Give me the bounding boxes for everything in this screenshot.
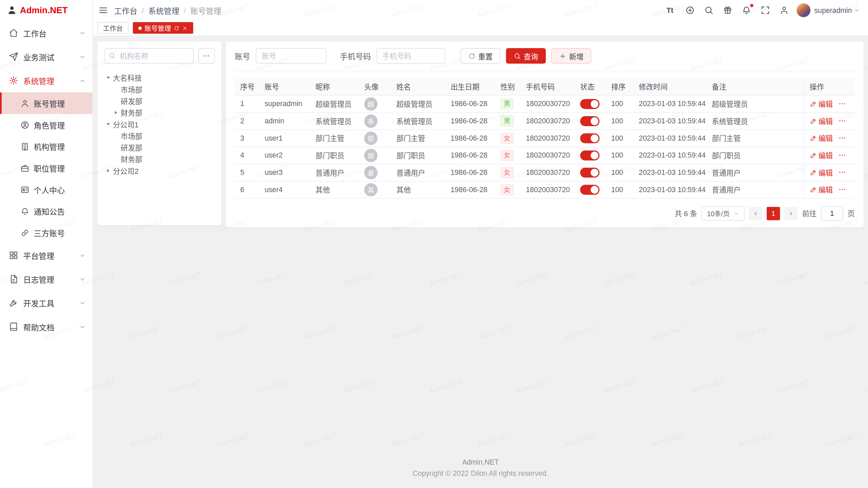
row-more-button[interactable]	[838, 134, 846, 142]
breadcrumb-item[interactable]: 工作台	[114, 5, 137, 16]
bell-icon	[20, 207, 29, 216]
cell-name: 部门主管	[391, 129, 445, 147]
col-avatar: 头像	[359, 78, 391, 95]
sidebar-item-workbench[interactable]: 工作台	[0, 21, 93, 45]
edit-button[interactable]: 编辑	[810, 150, 833, 160]
gender-tag: 女	[500, 184, 514, 195]
row-more-button[interactable]	[838, 100, 846, 108]
fullscreen-icon[interactable]	[761, 5, 770, 15]
tab-account-management[interactable]: 账号管理	[133, 22, 193, 34]
cell-avatar: 普	[359, 164, 391, 181]
bell-icon[interactable]	[742, 5, 751, 15]
breadcrumb-separator: /	[142, 6, 144, 15]
row-more-button[interactable]	[838, 168, 846, 176]
tree-node[interactable]: 财务部	[104, 107, 215, 118]
sidebar-item-docs[interactable]: 帮助文档	[0, 315, 93, 339]
sidebar-item-platform[interactable]: 平台管理	[0, 243, 93, 267]
username[interactable]: superadmin	[814, 6, 852, 14]
tree-node[interactable]: 财务部	[104, 153, 215, 165]
sidebar-subitem-org[interactable]: 机构管理	[0, 136, 93, 157]
tree-node[interactable]: 市场部	[104, 130, 215, 142]
logo-icon	[7, 5, 17, 15]
phone-input[interactable]	[376, 48, 445, 64]
sidebar-subitem-label: 个人中心	[34, 184, 65, 195]
row-more-button[interactable]	[838, 185, 846, 194]
sidebar-item-logs[interactable]: 日志管理	[0, 267, 93, 291]
tree-node[interactable]: 研发部	[104, 95, 215, 107]
profile-icon	[20, 185, 29, 194]
prev-page-button[interactable]	[749, 207, 762, 220]
table-row: 1superadmin超级管理员超超级管理员1986-06-28男1802003…	[235, 95, 855, 113]
row-more-button[interactable]	[838, 117, 846, 125]
query-button[interactable]: 查询	[506, 48, 546, 64]
org-search-input[interactable]	[104, 48, 194, 64]
caret-right-icon[interactable]	[105, 168, 111, 174]
edit-button[interactable]: 编辑	[810, 167, 833, 178]
sidebar-item-devtools[interactable]: 开发工具	[0, 291, 93, 315]
tree-more-button[interactable]	[198, 48, 215, 64]
sidebar-subitem-profile[interactable]: 个人中心	[0, 179, 93, 200]
edit-button[interactable]: 编辑	[810, 116, 833, 126]
cell-remark: 部门主管	[706, 129, 804, 147]
sidebar-subitem-position[interactable]: 职位管理	[0, 157, 93, 179]
collapse-menu-icon[interactable]	[99, 5, 108, 15]
cell-birthdate: 1986-06-28	[445, 112, 495, 129]
sidebar-subitem-account[interactable]: 账号管理	[0, 93, 93, 114]
sidebar-subitem-third-party[interactable]: 三方账号	[0, 222, 93, 244]
edit-button[interactable]: 编辑	[810, 184, 833, 195]
user-outline-icon[interactable]	[780, 5, 789, 15]
user-avatar[interactable]	[796, 3, 810, 17]
breadcrumb: 工作台/系统管理/账号管理	[114, 5, 221, 16]
tree-node[interactable]: 大名科技	[104, 72, 215, 83]
caret-right-icon[interactable]	[113, 109, 119, 116]
goto-page-input[interactable]	[821, 206, 843, 220]
add-button[interactable]: 新增	[551, 48, 591, 64]
cell-avatar: 部	[359, 129, 391, 147]
page-size-select[interactable]: 10条/页	[702, 206, 745, 220]
size-icon[interactable]	[685, 5, 695, 15]
sidebar-subitem-role[interactable]: 角色管理	[0, 114, 93, 136]
account-input[interactable]	[256, 48, 327, 64]
search-icon[interactable]	[704, 5, 714, 15]
status-toggle[interactable]	[580, 99, 599, 108]
sidebar-item-business-test[interactable]: 业务测试	[0, 45, 93, 68]
reset-button[interactable]: 重置	[460, 48, 500, 64]
tab-workbench[interactable]: 工作台	[97, 22, 128, 34]
chevron-right-icon	[788, 210, 794, 216]
sidebar-item-system-management[interactable]: 系统管理	[0, 68, 93, 92]
tree-node[interactable]: 分公司2	[104, 165, 215, 177]
caret-down-icon[interactable]	[105, 121, 111, 127]
cell-gender: 女	[495, 164, 520, 181]
tree-node[interactable]: 研发部	[104, 142, 215, 153]
tab-close-icon[interactable]	[182, 25, 188, 30]
caret-down-icon[interactable]	[105, 75, 111, 81]
logo[interactable]: Admin.NET	[0, 0, 93, 20]
font-size-icon[interactable]: Tt	[667, 5, 676, 15]
status-toggle[interactable]	[580, 184, 599, 194]
tree-node[interactable]: 市场部	[104, 84, 215, 95]
breadcrumb-item[interactable]: 系统管理	[148, 5, 179, 16]
sidebar-subitem-notice[interactable]: 通知公告	[0, 200, 93, 222]
cell-account: admin	[259, 112, 310, 129]
status-toggle[interactable]	[580, 150, 599, 160]
goto-label: 前往	[802, 208, 816, 219]
edit-button[interactable]: 编辑	[810, 99, 833, 109]
row-more-button[interactable]	[838, 151, 846, 159]
edit-button[interactable]: 编辑	[810, 133, 833, 143]
cell-status	[575, 129, 606, 147]
status-toggle[interactable]	[580, 116, 599, 126]
theme-icon[interactable]	[723, 5, 732, 15]
sidebar-item-label: 系统管理	[23, 75, 79, 86]
search-icon	[514, 52, 521, 59]
cell-no: 5	[235, 164, 259, 181]
next-page-button[interactable]	[784, 207, 797, 220]
page-1-button[interactable]: 1	[767, 207, 780, 220]
cell-modified: 2023-01-03 10:59:44	[633, 112, 707, 129]
tree-node[interactable]: 分公司1	[104, 118, 215, 130]
org-tree: 大名科技市场部研发部财务部分公司1市场部研发部财务部分公司2	[104, 72, 215, 177]
status-toggle[interactable]	[580, 167, 599, 177]
status-toggle[interactable]	[580, 133, 599, 143]
cell-no: 1	[235, 95, 259, 113]
cell-remark: 普通用户	[706, 181, 804, 198]
tab-refresh-icon[interactable]	[174, 25, 179, 30]
